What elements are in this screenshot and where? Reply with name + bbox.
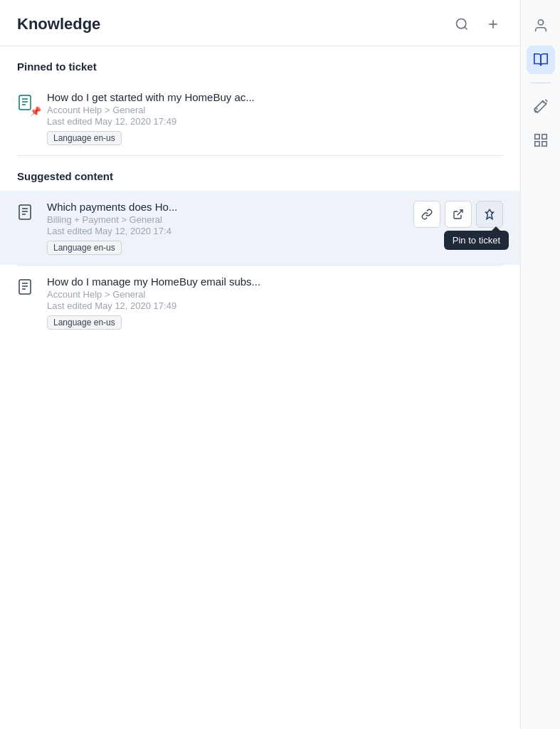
- svg-rect-21: [541, 135, 546, 139]
- pinned-article-date: Last edited May 12, 2020 17:49: [47, 116, 503, 127]
- svg-line-19: [534, 108, 535, 109]
- knowledge-header: Knowledge: [0, 0, 520, 46]
- suggested-article-item-1: Which payments does Ho... Billing + Paym…: [0, 191, 520, 265]
- pinned-book-icon: 📌: [17, 93, 37, 115]
- suggested-article-category-2: Account Help > General: [47, 289, 503, 300]
- pinned-article-content: How do I get started with my HomeBuy ac.…: [47, 91, 503, 145]
- pin-icon: [484, 209, 495, 220]
- suggested-article-content-2: How do I manage my HomeBuy email subs...…: [47, 276, 503, 330]
- svg-rect-8: [19, 205, 31, 219]
- sidebar-grid-button[interactable]: [527, 126, 555, 154]
- book-svg-2: [17, 277, 37, 297]
- sidebar-knowledge-button[interactable]: [527, 46, 555, 74]
- book-svg-1: [17, 202, 37, 222]
- suggested-article-date-2: Last edited May 12, 2020 17:49: [47, 300, 503, 311]
- right-sidebar: [520, 0, 560, 729]
- pinned-article-title[interactable]: How do I get started with my HomeBuy ac.…: [47, 91, 503, 103]
- suggested-article-title-1[interactable]: Which payments does Ho...: [47, 201, 419, 213]
- suggested-section-title: Suggested content: [0, 156, 520, 191]
- svg-rect-22: [534, 142, 539, 146]
- suggested-article-date-1: Last edited May 12, 2020 17:4: [47, 226, 419, 236]
- page-title: Knowledge: [17, 15, 100, 33]
- svg-rect-23: [541, 142, 546, 146]
- content-area: Pinned to ticket 📌 How do I get started …: [0, 46, 520, 729]
- sidebar-magic-button[interactable]: [527, 92, 555, 120]
- svg-line-18: [546, 103, 546, 103]
- open-external-button[interactable]: [445, 201, 472, 228]
- search-button[interactable]: [452, 14, 472, 34]
- pin-to-ticket-button[interactable]: [476, 201, 503, 228]
- suggested-article-category-1: Billing + Payment > General: [47, 214, 419, 225]
- svg-point-17: [538, 20, 543, 25]
- pin-tooltip: Pin to ticket: [444, 231, 509, 250]
- link-icon: [421, 209, 433, 220]
- svg-rect-20: [534, 135, 539, 139]
- external-link-icon: [453, 209, 464, 220]
- copy-link-button[interactable]: [413, 201, 440, 228]
- pin-indicator: 📌: [30, 106, 41, 117]
- suggested-article-badge-1: Language en-us: [47, 241, 122, 255]
- suggested-book-icon-1: [17, 202, 37, 225]
- main-panel: Knowledge Pinned to ticket: [0, 0, 520, 729]
- svg-point-0: [457, 19, 466, 28]
- article-action-buttons: [413, 201, 503, 228]
- pinned-article-badge: Language en-us: [47, 131, 122, 145]
- svg-rect-13: [19, 280, 31, 294]
- book-open-icon: [533, 52, 549, 68]
- pinned-article-category: Account Help > General: [47, 105, 503, 115]
- pinned-article-item: 📌 How do I get started with my HomeBuy a…: [0, 81, 520, 155]
- search-icon: [455, 17, 469, 31]
- add-button[interactable]: [483, 14, 503, 34]
- suggested-article-item-2: How do I manage my HomeBuy email subs...…: [0, 266, 520, 340]
- suggested-book-icon-2: [17, 277, 37, 300]
- suggested-article-content-1: Which payments does Ho... Billing + Paym…: [47, 201, 419, 255]
- svg-line-12: [458, 210, 463, 215]
- plus-icon: [486, 17, 500, 31]
- header-actions: [452, 14, 503, 34]
- sidebar-divider: [531, 83, 551, 83]
- magic-wand-icon: [533, 98, 549, 114]
- svg-line-1: [465, 27, 467, 30]
- svg-rect-4: [19, 95, 31, 110]
- pinned-section-title: Pinned to ticket: [0, 46, 520, 81]
- user-icon: [533, 18, 549, 33]
- grid-icon: [533, 132, 549, 148]
- suggested-article-badge-2: Language en-us: [47, 315, 122, 330]
- suggested-article-title-2[interactable]: How do I manage my HomeBuy email subs...: [47, 276, 503, 288]
- sidebar-user-button[interactable]: [527, 11, 555, 40]
